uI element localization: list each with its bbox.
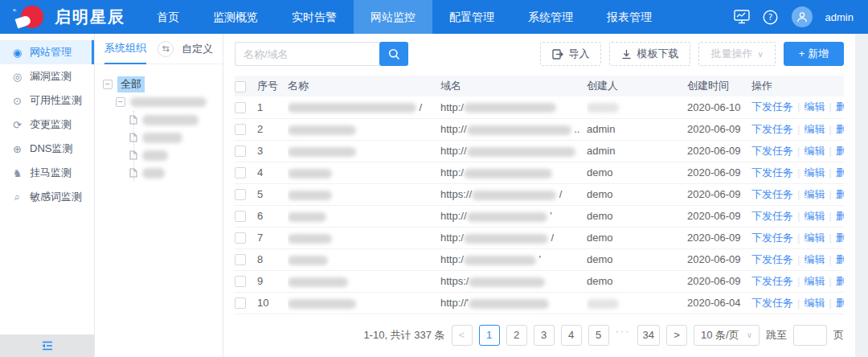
row-checkbox[interactable] <box>235 254 246 265</box>
action-删除[interactable]: 删除 <box>836 210 844 222</box>
row-checkbox[interactable] <box>235 211 246 222</box>
action-下发任务[interactable]: 下发任务 <box>751 297 793 309</box>
nav-item-实时告警[interactable]: 实时告警 <box>275 0 354 34</box>
main-layout: ◉网站管理◎漏洞监测⊙可用性监测⟳变更监测⊕DNS监测♞挂马监测⌕敏感词监测 系… <box>0 34 855 357</box>
tree-root-label[interactable]: 全部 <box>117 76 145 92</box>
page-button-5[interactable]: 5 <box>588 325 609 346</box>
row-checkbox[interactable] <box>235 167 246 178</box>
action-下发任务[interactable]: 下发任务 <box>751 210 793 222</box>
prev-page-button[interactable]: < <box>452 325 473 346</box>
tree-leaf-node[interactable] <box>129 164 215 182</box>
avatar[interactable] <box>792 6 813 27</box>
cell-domain: http:/ <box>440 162 587 183</box>
content-panel: 导入 模板下载 批量操作 ∨ + 新增 <box>223 34 855 357</box>
sidebar-item-可用性监测[interactable]: ⊙可用性监测 <box>0 88 94 113</box>
tree-node[interactable]: − <box>116 93 215 111</box>
monitor-icon[interactable] <box>734 9 750 25</box>
cell-seq: 5 <box>257 183 288 205</box>
select-all-checkbox[interactable] <box>235 81 246 92</box>
page-button-1[interactable]: 1 <box>479 325 500 346</box>
tree-leaf-node[interactable] <box>129 146 215 164</box>
cell-domain: https:/ <box>440 270 587 292</box>
row-checkbox[interactable] <box>235 146 246 157</box>
action-删除[interactable]: 删除 <box>836 232 844 244</box>
action-下发任务[interactable]: 下发任务 <box>751 101 793 113</box>
action-删除[interactable]: 删除 <box>836 166 844 178</box>
action-下发任务[interactable]: 下发任务 <box>751 123 793 135</box>
row-checkbox[interactable] <box>235 276 246 287</box>
next-page-button[interactable]: > <box>666 325 687 346</box>
action-删除[interactable]: 删除 <box>836 297 844 309</box>
collapse-node-icon[interactable]: − <box>116 97 125 107</box>
action-编辑[interactable]: 编辑 <box>804 188 825 200</box>
sidebar-item-敏感词监测[interactable]: ⌕敏感词监测 <box>0 185 94 209</box>
search-input[interactable] <box>235 42 379 66</box>
action-删除[interactable]: 删除 <box>836 253 844 265</box>
action-separator: | <box>829 297 831 309</box>
page-button-4[interactable]: 4 <box>561 325 582 346</box>
action-编辑[interactable]: 编辑 <box>804 145 825 157</box>
action-删除[interactable]: 删除 <box>836 101 844 113</box>
collapse-node-icon[interactable]: − <box>103 80 113 89</box>
page-button-3[interactable]: 3 <box>534 325 555 346</box>
page-button-34[interactable]: 34 <box>637 325 660 346</box>
action-编辑[interactable]: 编辑 <box>804 253 825 265</box>
top-navbar: 〝 启明星辰 首页监测概览实时告警网站监控配置管理系统管理报表管理 ? admi… <box>0 0 868 34</box>
nav-item-配置管理[interactable]: 配置管理 <box>432 0 511 34</box>
action-编辑[interactable]: 编辑 <box>804 232 825 244</box>
redacted-node-label <box>142 133 182 143</box>
tree-leaf-node[interactable] <box>129 111 215 129</box>
action-下发任务[interactable]: 下发任务 <box>751 166 793 178</box>
nav-item-网站监控[interactable]: 网站监控 <box>354 0 432 34</box>
sidebar-item-DNS监测[interactable]: ⊕DNS监测 <box>0 137 94 161</box>
add-button[interactable]: + 新增 <box>784 42 844 66</box>
action-编辑[interactable]: 编辑 <box>804 297 825 309</box>
tab-custom[interactable]: 自定义 <box>182 42 213 56</box>
action-下发任务[interactable]: 下发任务 <box>751 232 793 244</box>
action-编辑[interactable]: 编辑 <box>804 101 825 113</box>
row-checkbox[interactable] <box>235 232 246 244</box>
action-删除[interactable]: 删除 <box>836 188 844 200</box>
nav-item-首页[interactable]: 首页 <box>140 0 196 34</box>
search-button[interactable] <box>379 42 408 66</box>
sidebar-item-漏洞监测[interactable]: ◎漏洞监测 <box>0 64 94 88</box>
tree-leaf-node[interactable] <box>129 129 215 146</box>
action-下发任务[interactable]: 下发任务 <box>751 188 793 200</box>
page-size-select[interactable]: 10 条/页 ∨ <box>694 325 760 346</box>
batch-operation-button[interactable]: 批量操作 ∨ <box>698 42 775 66</box>
nav-item-报表管理[interactable]: 报表管理 <box>590 0 669 34</box>
help-icon[interactable]: ? <box>763 9 779 25</box>
action-编辑[interactable]: 编辑 <box>804 166 825 178</box>
row-checkbox[interactable] <box>235 124 246 135</box>
nav-item-监测概览[interactable]: 监测概览 <box>196 0 275 34</box>
row-checkbox[interactable] <box>235 102 246 113</box>
template-download-button[interactable]: 模板下载 <box>609 42 690 66</box>
page-button-2[interactable]: 2 <box>506 325 527 346</box>
action-下发任务[interactable]: 下发任务 <box>751 253 793 265</box>
action-下发任务[interactable]: 下发任务 <box>751 145 793 157</box>
cell-seq: 8 <box>257 248 288 270</box>
redacted-name <box>288 299 356 309</box>
row-checkbox[interactable] <box>235 189 246 200</box>
import-button[interactable]: 导入 <box>540 42 601 66</box>
tree-node-root[interactable]: − 全部 <box>103 76 215 93</box>
row-checkbox[interactable] <box>235 298 246 309</box>
action-删除[interactable]: 删除 <box>836 145 844 157</box>
nav-item-系统管理[interactable]: 系统管理 <box>511 0 590 34</box>
action-下发任务[interactable]: 下发任务 <box>751 275 793 287</box>
action-编辑[interactable]: 编辑 <box>804 275 825 287</box>
username[interactable]: admin <box>825 11 854 23</box>
sidebar-item-网站管理[interactable]: ◉网站管理 <box>0 40 94 64</box>
action-separator: | <box>797 123 800 135</box>
action-删除[interactable]: 删除 <box>836 123 844 135</box>
action-编辑[interactable]: 编辑 <box>804 123 825 135</box>
collapse-sidebar-button[interactable] <box>0 334 94 357</box>
sidebar-item-挂马监测[interactable]: ♞挂马监测 <box>0 161 94 185</box>
action-编辑[interactable]: 编辑 <box>804 210 825 222</box>
swap-icon[interactable]: ⇆ <box>158 41 174 57</box>
action-删除[interactable]: 删除 <box>836 275 844 287</box>
sidebar-item-变更监测[interactable]: ⟳变更监测 <box>0 113 94 137</box>
domain-prefix: http:/ <box>440 101 464 113</box>
jump-page-input[interactable] <box>793 325 827 346</box>
tab-system-org[interactable]: 系统组织 <box>104 34 146 64</box>
